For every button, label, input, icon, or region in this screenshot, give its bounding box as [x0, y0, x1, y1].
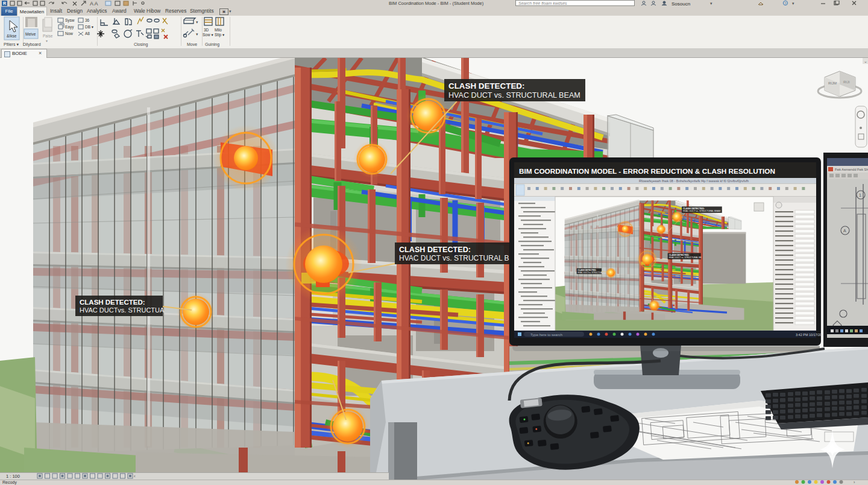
svg-text:Dilyboard: Dilyboard [23, 42, 41, 47]
svg-text:3D: 3D [204, 28, 209, 32]
svg-text:▾: ▾ [792, 1, 794, 5]
svg-text:▾: ▾ [196, 20, 198, 24]
svg-text:‹: ‹ [134, 474, 136, 479]
svg-text:?: ? [785, 2, 787, 5]
svg-text:1 : 100: 1 : 100 [6, 474, 20, 479]
svg-text:&Ikse: &Ikse [7, 34, 17, 38]
svg-text:Meive: Meive [25, 32, 36, 36]
svg-text:Guining: Guining [205, 42, 219, 47]
svg-text:36: 36 [85, 18, 90, 22]
svg-text:Type here to search: Type here to search [530, 333, 562, 337]
svg-text:RIJM: RIJM [828, 81, 837, 85]
svg-text:DB ▾: DB ▾ [85, 25, 94, 29]
svg-text:Paise: Paise [43, 34, 53, 38]
svg-text:Closing: Closing [134, 42, 148, 47]
svg-text:▾: ▾ [196, 32, 198, 36]
svg-text:Pfilers ▾: Pfilers ▾ [4, 42, 19, 46]
svg-text:Now: Now [65, 31, 73, 36]
svg-text:Sysw: Sysw [65, 18, 75, 23]
svg-text:⌄: ⌄ [864, 59, 867, 63]
svg-text:Stip ▾: Stip ▾ [215, 33, 225, 37]
svg-text:▾: ▾ [710, 1, 712, 5]
svg-text:RIJI: RIJI [843, 80, 850, 84]
svg-text:Eayy: Eayy [65, 25, 74, 30]
svg-text:A: A [843, 229, 846, 233]
svg-text:A8: A8 [85, 31, 90, 36]
svg-text:Recody: Recody [2, 480, 17, 485]
svg-text:3:42 PM 10/17/2023: 3:42 PM 10/17/2023 [796, 333, 826, 337]
svg-text:Rfowwfsyeswh fhwk 08 - Bnhsfsv: Rfowwfsyeswh fhwk 08 - Bnhsfsvfkpnfwfk f… [639, 179, 749, 183]
svg-text:Sow ▾: Sow ▾ [203, 33, 213, 37]
svg-text:▾: ▾ [46, 39, 48, 43]
svg-text:1: 1 [859, 193, 861, 197]
svg-text:Fwk Asmwndd Fwk Shqw: Fwk Asmwndd Fwk Shqw [835, 168, 868, 171]
svg-text:Milo: Milo [215, 28, 222, 32]
svg-text:BIM COORDINATION MODEL - ERROR: BIM COORDINATION MODEL - ERROR REDUCTION… [519, 167, 775, 176]
svg-text:A A: A A [90, 1, 98, 6]
svg-text:Sosoucn: Sosoucn [671, 1, 690, 7]
svg-text:Move: Move [187, 42, 197, 46]
